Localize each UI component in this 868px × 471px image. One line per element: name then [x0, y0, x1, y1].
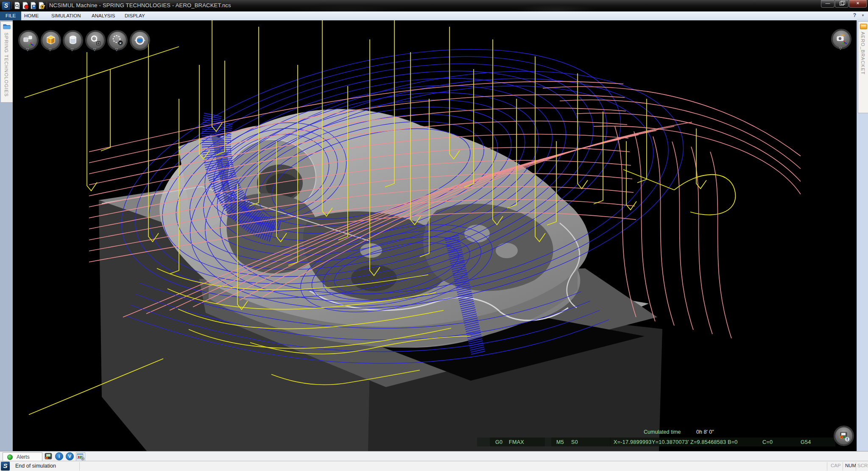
ribbon-tab-strip: FILE HOME SIMULATION ANALYSIS DISPLAY ? …: [0, 11, 868, 21]
gcode-field: G54: [801, 439, 811, 445]
statusbar-separator: [856, 462, 856, 471]
dropdown-arrow-icon[interactable]: ▽: [114, 47, 120, 52]
sidebar-tab-aero-bracket[interactable]: AERO_BRACKET: [858, 21, 868, 113]
dropdown-arrow-icon[interactable]: ▽: [25, 47, 31, 52]
gcode-field: M5: [556, 439, 564, 445]
right-tab-label: AERO_BRACKET: [860, 32, 865, 75]
alerts-tab[interactable]: Alerts: [3, 452, 42, 461]
tool-cylinder-button[interactable]: [64, 31, 82, 50]
dropdown-arrow-icon[interactable]: ▽: [47, 47, 53, 52]
machine-alert-icon[interactable]: [44, 452, 53, 460]
toolpath-scene: [13, 20, 857, 451]
window-title: NCSIMUL Machine - SPRING TECHNOLOGIES - …: [49, 2, 231, 8]
left-tab-label: SPRING TECHNOLOGIES: [4, 33, 9, 97]
panel-settings-icon[interactable]: [76, 452, 85, 461]
gcode-field: Y=10.3870073': [652, 439, 689, 445]
ribbon-collapse-caret-icon[interactable]: ▼: [861, 14, 865, 17]
app-logo-icon[interactable]: S: [2, 1, 11, 10]
tab-file[interactable]: FILE: [0, 11, 21, 20]
titlebar-separator: [47, 2, 47, 9]
machine-position-button[interactable]: [19, 31, 38, 50]
snapshot-camera-button[interactable]: [832, 30, 851, 48]
dropdown-arrow-icon[interactable]: ▽: [69, 47, 75, 52]
restore-button[interactable]: [835, 0, 848, 8]
sidebar-tab-spring-technologies[interactable]: SPRING TECHNOLOGIES: [0, 21, 13, 103]
tab-analysis[interactable]: ANALYSIS: [86, 11, 120, 20]
cumulated-time-label: Cumulated time: [644, 429, 681, 436]
refresh-view-button[interactable]: [131, 31, 149, 50]
viewport-3d[interactable]: × ▽ ▽ ▽ ▽ ▽ ▽ Cumulated time 0h 8' 0" G0…: [13, 20, 857, 451]
doc-record-icon[interactable]: [22, 2, 29, 9]
doc-preview-icon[interactable]: [14, 2, 21, 9]
verify-icon[interactable]: V: [66, 452, 74, 460]
title-bar: S ▼ NCSIMUL Machine - SPRING TECHNOLOGIE…: [0, 0, 868, 12]
alert-status-icon: [7, 454, 13, 460]
statusbar-separator: [79, 462, 80, 471]
scrolllock-indicator: SCRL: [857, 463, 868, 468]
tab-home[interactable]: HOME: [19, 11, 45, 20]
alerts-panel-bar: Alerts i V: [0, 451, 868, 461]
alerts-label: Alerts: [17, 454, 30, 460]
help-icon[interactable]: ?: [853, 12, 856, 18]
program-icon: [860, 24, 867, 29]
deselect-button[interactable]: ×: [108, 31, 127, 50]
gcode-field: Z=9.85468583: [690, 439, 726, 445]
info-icon[interactable]: i: [55, 452, 63, 460]
stock-cube-button[interactable]: [42, 31, 60, 50]
minimize-button[interactable]: —: [821, 0, 835, 8]
dropdown-arrow-icon[interactable]: ▽: [837, 46, 843, 50]
statusbar-separator: [843, 462, 843, 471]
tab-display[interactable]: DISPLAY: [119, 11, 151, 20]
left-tab-strip: SPRING TECHNOLOGIES: [0, 20, 13, 451]
quick-access-caret-icon[interactable]: ▼: [43, 4, 46, 7]
dropdown-arrow-icon[interactable]: ▽: [92, 47, 98, 52]
gcode-field: B=0: [728, 439, 738, 445]
numlock-indicator: NUM: [845, 463, 856, 468]
right-tab-strip: AERO_BRACKET: [857, 20, 868, 461]
folder-icon: [3, 23, 11, 29]
window-controls: — ×: [821, 0, 867, 8]
statusbar-separator: [827, 462, 827, 471]
ncsimul-status-icon: S: [1, 462, 10, 471]
svg-text:×: ×: [119, 41, 121, 45]
status-message: End of simulation: [15, 463, 56, 469]
close-button[interactable]: ×: [849, 0, 867, 8]
tab-simulation[interactable]: SIMULATION: [46, 11, 86, 20]
gcode-field: FMAX: [509, 439, 524, 445]
gcode-field: G0: [495, 439, 502, 445]
capslock-indicator: CAP: [831, 463, 841, 468]
gcode-field: C=0: [762, 439, 773, 445]
gcode-field: X=-17.9899993: [614, 439, 652, 445]
status-bar: S End of simulation CAP NUM SCRL: [0, 461, 868, 471]
gcode-field: S0: [571, 439, 578, 445]
cumulated-time-value: 0h 8' 0": [696, 429, 714, 436]
titlebar-separator: [11, 2, 12, 9]
zoom-select-button[interactable]: [86, 31, 105, 50]
doc-save-icon[interactable]: [30, 2, 37, 9]
machine-panel-button[interactable]: [835, 426, 853, 445]
